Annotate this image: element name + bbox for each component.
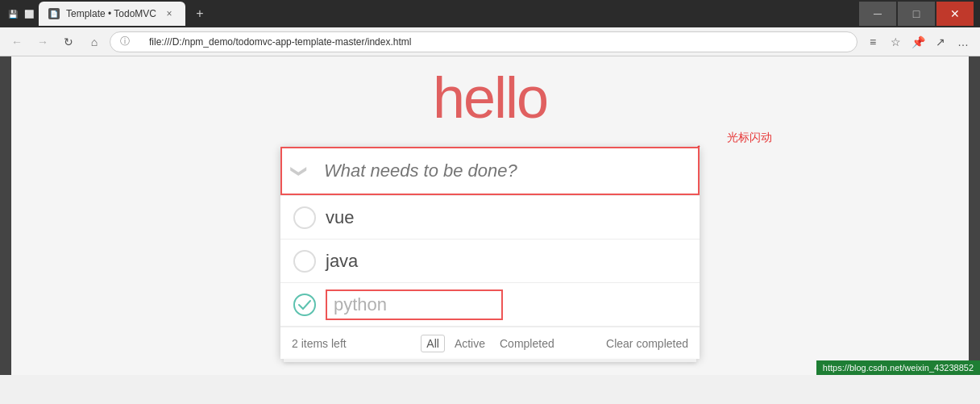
filter-all[interactable]: All xyxy=(421,335,445,352)
todo-label: vue xyxy=(326,207,691,228)
tab-close-button[interactable]: × xyxy=(163,7,176,20)
todo-checkbox[interactable] xyxy=(293,250,316,273)
todo-footer: 2 items left All Active Completed Clear … xyxy=(280,327,700,359)
todo-item: vue xyxy=(280,196,700,239)
browser-tab[interactable]: 📄 Template • TodoMVC × xyxy=(39,2,185,26)
status-bar: https://blog.csdn.net/weixin_43238852 xyxy=(816,360,980,375)
tabs-icon[interactable]: ⬜ xyxy=(23,7,35,20)
address-input[interactable]: ⓘ file:///D:/npm_demo/todomvc-app-templa… xyxy=(110,31,858,52)
browser-chrome: 💾 ⬜ 📄 Template • TodoMVC × + ─ □ ✕ ← → ↻… xyxy=(0,0,980,56)
checkmark-icon xyxy=(297,298,312,312)
bookmark-icon[interactable]: ☆ xyxy=(885,31,906,52)
back-button[interactable]: ← xyxy=(6,31,27,52)
todo-item: java xyxy=(280,239,700,283)
filter-active[interactable]: Active xyxy=(450,335,490,352)
main-content: hello 光标闪动 ❯ xyxy=(0,56,980,375)
todo-checkbox-checked[interactable] xyxy=(293,294,316,316)
refresh-button[interactable]: ↻ xyxy=(58,31,79,52)
more-icon[interactable]: … xyxy=(953,31,974,52)
todo-edit-input[interactable] xyxy=(326,289,503,320)
tab-favicon: 📄 xyxy=(48,8,60,19)
filter-links: All Active Completed xyxy=(421,335,559,352)
new-todo-area: ❯ xyxy=(280,147,700,195)
address-text: file:///D:/npm_demo/todomvc-app-template… xyxy=(149,36,411,48)
sidebar-right xyxy=(969,56,980,375)
toolbar-icons: ≡ ☆ 📌 ↗ … xyxy=(862,31,974,52)
app-title: hello xyxy=(280,65,700,131)
new-todo-input[interactable] xyxy=(316,148,698,194)
toggle-all-button[interactable]: ❯ xyxy=(282,148,316,194)
minimize-button[interactable]: ─ xyxy=(859,2,896,26)
pin-icon[interactable]: 📌 xyxy=(907,31,928,52)
tab-title: Template • TodoMVC xyxy=(66,8,156,19)
filter-completed[interactable]: Completed xyxy=(495,335,559,352)
close-button[interactable]: ✕ xyxy=(936,2,974,26)
info-icon: ⓘ xyxy=(120,35,130,48)
todo-list: vue java xyxy=(280,195,700,327)
clear-completed-button[interactable]: Clear completed xyxy=(559,337,688,350)
address-bar: ← → ↻ ⌂ ⓘ file:///D:/npm_demo/todomvc-ap… xyxy=(0,27,980,56)
share-icon[interactable]: ↗ xyxy=(930,31,951,52)
annotation-text: 光标闪动 xyxy=(727,131,772,145)
todo-container: ❯ vue java xyxy=(280,147,700,359)
todo-checkbox[interactable] xyxy=(293,206,316,229)
forward-button[interactable]: → xyxy=(32,31,53,52)
title-bar: 💾 ⬜ 📄 Template • TodoMVC × + ─ □ ✕ xyxy=(0,0,980,27)
status-url: https://blog.csdn.net/weixin_43238852 xyxy=(823,363,974,373)
sidebar-left xyxy=(0,56,11,375)
reader-mode-icon[interactable]: ≡ xyxy=(862,31,883,52)
save-icon[interactable]: 💾 xyxy=(6,7,19,20)
new-tab-button[interactable]: + xyxy=(189,2,211,25)
todo-item xyxy=(280,283,700,327)
home-button[interactable]: ⌂ xyxy=(84,31,105,52)
todo-app: hello 光标闪动 ❯ xyxy=(280,65,700,359)
items-left-count: 2 items left xyxy=(292,337,421,350)
maximize-button[interactable]: □ xyxy=(898,2,935,26)
todo-label: java xyxy=(326,251,691,272)
